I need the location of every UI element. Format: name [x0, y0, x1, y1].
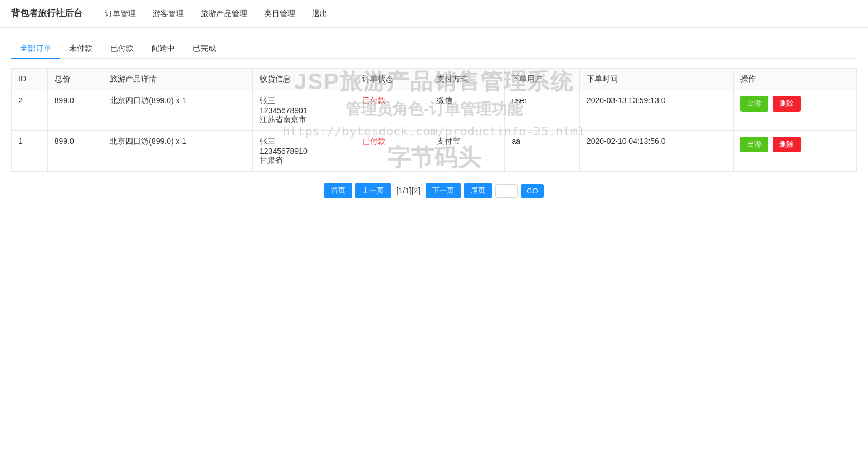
cell-shipping-0: 张三 12345678901 江苏省南京市	[253, 90, 355, 131]
cell-payment-0: 微信	[430, 90, 505, 131]
status-badge-0: 已付款	[362, 96, 386, 105]
cell-time-1: 2020-02-10 04:13:56.0	[579, 131, 734, 172]
go-button[interactable]: GO	[521, 184, 543, 198]
tab-unpaid[interactable]: 未付款	[60, 39, 101, 59]
delete-button-1[interactable]: 删除	[773, 137, 801, 152]
tab-paid[interactable]: 已付款	[101, 39, 143, 59]
cell-total-0: 899.0	[47, 90, 103, 131]
col-payment: 支付方式	[430, 69, 505, 90]
tab-completed[interactable]: 已完成	[184, 39, 225, 59]
nav-category-management[interactable]: 类目管理	[264, 9, 295, 19]
cell-action-0: 出游 删除	[734, 90, 857, 131]
cell-status-0: 已付款	[355, 90, 430, 131]
table-row: 2 899.0 北京四日游(899.0) x 1 张三 12345678901 …	[12, 90, 857, 131]
table-row: 1 899.0 北京四日游(899.0) x 1 张三 12345678910 …	[12, 131, 857, 172]
pagination: 首页 上一页 [1/1][2] 下一页 尾页 GO	[11, 183, 857, 198]
cell-payment-1: 支付宝	[430, 131, 505, 172]
nav-brand: 背包者旅行社后台	[11, 8, 82, 20]
page-info: [1/1][2]	[396, 186, 420, 195]
nav-logout[interactable]: 退出	[312, 9, 328, 19]
shipping-name-0: 张三	[260, 96, 348, 106]
shipping-phone-0: 12345678901	[260, 106, 348, 115]
delete-button-0[interactable]: 删除	[773, 96, 801, 112]
col-total: 总价	[47, 69, 103, 90]
shipping-name-1: 张三	[260, 137, 348, 147]
shipping-address-1: 甘肃省	[260, 156, 348, 166]
cell-product-0: 北京四日游(899.0) x 1	[103, 90, 253, 131]
col-user: 下单用户	[505, 69, 579, 90]
cell-user-1: aa	[505, 131, 579, 172]
main-content: 全部订单 未付款 已付款 配送中 已完成 JSP旅游产品销售管理系统 管理员角色…	[0, 28, 868, 210]
col-time: 下单时间	[579, 69, 734, 90]
nav-order-management[interactable]: 订单管理	[105, 9, 136, 19]
last-page-button[interactable]: 尾页	[464, 183, 492, 198]
order-tabs: 全部订单 未付款 已付款 配送中 已完成	[11, 39, 857, 59]
cell-id-0: 2	[12, 90, 48, 131]
cell-action-1: 出游 删除	[734, 131, 857, 172]
col-shipping: 收货信息	[253, 69, 355, 90]
cell-time-0: 2020-03-13 13:59:13.0	[579, 90, 734, 131]
tour-button-0[interactable]: 出游	[740, 96, 768, 112]
first-page-button[interactable]: 首页	[324, 183, 352, 198]
table-header-row: ID 总价 旅游产品详情 收货信息 订单状态 支付方式 下单用户 下单时间 操作	[12, 69, 857, 90]
next-page-button[interactable]: 下一页	[426, 183, 461, 198]
col-id: ID	[12, 69, 48, 90]
cell-shipping-1: 张三 12345678910 甘肃省	[253, 131, 355, 172]
cell-total-1: 899.0	[47, 131, 103, 172]
nav-bar: 背包者旅行社后台 订单管理 游客管理 旅游产品管理 类目管理 退出	[0, 0, 868, 28]
prev-page-button[interactable]: 上一页	[355, 183, 391, 198]
nav-visitor-management[interactable]: 游客管理	[153, 9, 184, 19]
col-action: 操作	[734, 69, 857, 90]
status-badge-1: 已付款	[362, 137, 386, 146]
col-product: 旅游产品详情	[103, 69, 253, 90]
page-number-input[interactable]	[495, 184, 518, 198]
tab-shipping[interactable]: 配送中	[143, 39, 184, 59]
nav-product-management[interactable]: 旅游产品管理	[201, 9, 247, 19]
cell-status-1: 已付款	[355, 131, 430, 172]
cell-id-1: 1	[12, 131, 48, 172]
tab-all-orders[interactable]: 全部订单	[11, 39, 60, 59]
orders-table: ID 总价 旅游产品详情 收货信息 订单状态 支付方式 下单用户 下单时间 操作…	[11, 68, 857, 172]
cell-user-0: user	[505, 90, 579, 131]
cell-product-1: 北京四日游(899.0) x 1	[103, 131, 253, 172]
col-status: 订单状态	[355, 69, 430, 90]
table-container: JSP旅游产品销售管理系统 管理员角色-订单管理功能 https://bytes…	[11, 68, 857, 172]
tour-button-1[interactable]: 出游	[740, 137, 768, 152]
shipping-phone-1: 12345678910	[260, 147, 348, 156]
shipping-address-0: 江苏省南京市	[260, 115, 348, 125]
nav-links: 订单管理 游客管理 旅游产品管理 类目管理 退出	[105, 9, 328, 19]
